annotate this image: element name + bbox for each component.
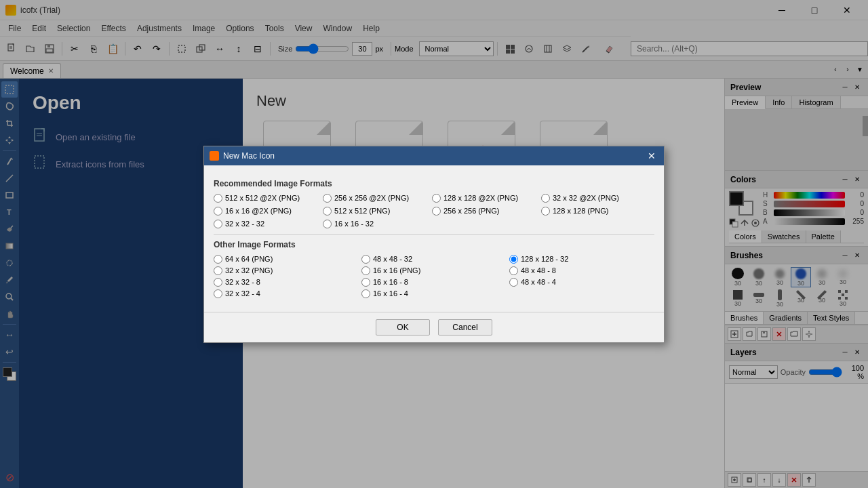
modal-title-text: New Mac Icon [223, 151, 645, 161]
format-128-2x-png-radio[interactable] [432, 194, 441, 203]
new-mac-icon-dialog: New Mac Icon ✕ Recommended Image Formats… [203, 146, 665, 343]
format-48-8-radio[interactable] [509, 266, 518, 275]
format-32-32[interactable]: 32 x 32 - 32 [214, 220, 319, 228]
format-32-32-radio[interactable] [214, 220, 222, 228]
other-title: Other Image Formats [214, 240, 654, 249]
recommended-title: Recommended Image Formats [214, 179, 654, 188]
modal-body: Recommended Image Formats 512 x 512 @2X … [204, 165, 664, 312]
format-512-png[interactable]: 512 x 512 (PNG) [323, 207, 428, 216]
format-16-32[interactable]: 16 x 16 - 32 [323, 220, 428, 228]
other-radio-group: 64 x 64 (PNG) 48 x 48 - 32 128 x 128 - 3… [214, 255, 654, 298]
format-128-32[interactable]: 128 x 128 - 32 [509, 255, 654, 264]
modal-title-icon [210, 151, 219, 161]
format-48-8[interactable]: 48 x 48 - 8 [509, 266, 654, 275]
format-64-png-radio[interactable] [214, 255, 222, 264]
format-512-png-radio[interactable] [323, 207, 332, 216]
format-32-4[interactable]: 32 x 32 - 4 [214, 289, 359, 298]
format-16-8-radio[interactable] [361, 278, 370, 287]
format-128-2x-png[interactable]: 128 x 128 @2X (PNG) [432, 194, 537, 203]
modal-close-button[interactable]: ✕ [645, 149, 658, 163]
format-16-png2-radio[interactable] [361, 266, 370, 275]
format-48-32-radio[interactable] [361, 255, 370, 264]
format-128-png[interactable]: 128 x 128 (PNG) [541, 207, 646, 216]
format-16-2x-png[interactable]: 16 x 16 @2X (PNG) [214, 207, 319, 216]
format-48-4-radio[interactable] [509, 278, 518, 287]
cancel-button[interactable]: Cancel [438, 319, 492, 336]
format-256-2x-png-radio[interactable] [323, 194, 332, 203]
format-16-8[interactable]: 16 x 16 - 8 [361, 278, 507, 287]
format-32-8[interactable]: 32 x 32 - 8 [214, 278, 359, 287]
modal-titlebar: New Mac Icon ✕ [204, 146, 664, 165]
format-16-4[interactable]: 16 x 16 - 4 [361, 289, 507, 298]
format-64-png[interactable]: 64 x 64 (PNG) [214, 255, 359, 264]
ok-button[interactable]: OK [376, 319, 430, 336]
format-32-2x-png-radio[interactable] [541, 194, 550, 203]
format-128-png-radio[interactable] [541, 207, 550, 216]
format-128-32-radio[interactable] [509, 255, 518, 264]
format-16-4-radio[interactable] [361, 289, 370, 298]
format-256-2x-png[interactable]: 256 x 256 @2X (PNG) [323, 194, 428, 203]
format-512-2x-png[interactable]: 512 x 512 @2X (PNG) [214, 194, 319, 203]
format-512-2x-png-radio[interactable] [214, 194, 222, 203]
format-16-32-radio[interactable] [323, 220, 332, 228]
format-32-2x-png[interactable]: 32 x 32 @2X (PNG) [541, 194, 646, 203]
format-48-4[interactable]: 48 x 48 - 4 [509, 278, 654, 287]
modal-divider [214, 234, 654, 235]
recommended-radio-group: 512 x 512 @2X (PNG) 256 x 256 @2X (PNG) … [214, 194, 654, 228]
format-32-4-radio[interactable] [214, 289, 222, 298]
format-32-8-radio[interactable] [214, 278, 222, 287]
format-16-2x-png-radio[interactable] [214, 207, 222, 216]
format-256-png[interactable]: 256 x 256 (PNG) [432, 207, 537, 216]
format-256-png-radio[interactable] [432, 207, 441, 216]
modal-overlay: New Mac Icon ✕ Recommended Image Formats… [0, 0, 868, 488]
format-32-png2[interactable]: 32 x 32 (PNG) [214, 266, 359, 275]
modal-footer: OK Cancel [204, 312, 664, 342]
format-48-32[interactable]: 48 x 48 - 32 [361, 255, 507, 264]
format-16-png2[interactable]: 16 x 16 (PNG) [361, 266, 507, 275]
format-32-png2-radio[interactable] [214, 266, 222, 275]
